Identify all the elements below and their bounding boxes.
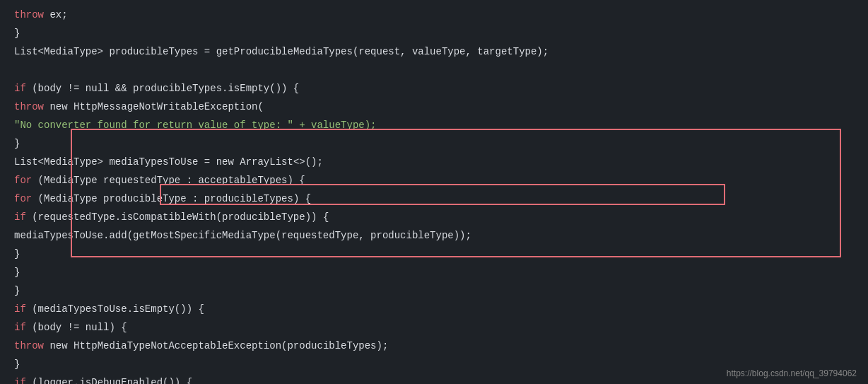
code-line: throw new HttpMediaTypeNotAcceptableExce… <box>0 337 868 355</box>
code-line: if (requestedType.isCompatibleWith(produ… <box>0 208 868 226</box>
code-line: } <box>0 24 868 42</box>
code-line: List<MediaType> mediaTypesToUse = new Ar… <box>0 153 868 171</box>
code-line: mediaTypesToUse.add(getMostSpecificMedia… <box>0 226 868 245</box>
code-line: for (MediaType requestedType : acceptabl… <box>0 171 868 190</box>
code-block: throw ex; } List<MediaType> producibleTy… <box>0 0 868 384</box>
code-line: for (MediaType producibleType : producib… <box>0 190 868 208</box>
code-line: } <box>0 263 868 281</box>
code-line: if (mediaTypesToUse.isEmpty()) { <box>0 300 868 318</box>
code-line: } <box>0 245 868 263</box>
code-line: List<MediaType> producibleTypes = getPro… <box>0 42 868 61</box>
code-line: } <box>0 281 868 300</box>
code-line: throw ex; <box>0 6 868 24</box>
code-line: if (body != null) { <box>0 318 868 337</box>
code-line: throw new HttpMessageNotWritableExceptio… <box>0 98 868 116</box>
code-line <box>0 61 868 79</box>
code-line: } <box>0 134 868 153</box>
code-line: "No converter found for return value of … <box>0 116 868 134</box>
watermark: https://blog.csdn.net/qq_39794062 <box>727 368 857 378</box>
code-line: if (body != null && producibleTypes.isEm… <box>0 79 868 98</box>
